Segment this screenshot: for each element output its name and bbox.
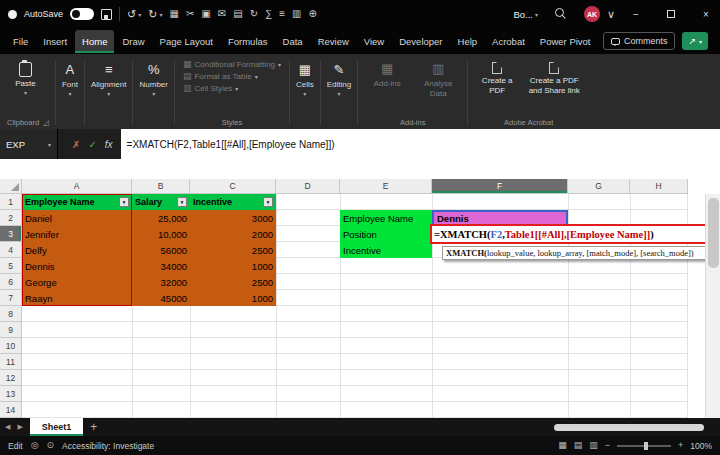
filter-dropdown-icon[interactable]: ▾ bbox=[263, 197, 273, 207]
sum-icon[interactable]: ∑ bbox=[265, 9, 272, 19]
column-header-c[interactable]: C bbox=[190, 179, 276, 194]
zoom-level[interactable]: 100% bbox=[690, 441, 712, 451]
cell-b7[interactable]: 45000 bbox=[132, 290, 190, 306]
previous-sheet-icon[interactable]: ◀ bbox=[5, 423, 10, 431]
alignment-group-button[interactable]: ≡ Alignment ▾ bbox=[86, 56, 132, 129]
row-header-11[interactable]: 11 bbox=[0, 354, 22, 370]
macro-record-icon[interactable]: ◎ bbox=[31, 441, 39, 450]
insert-function-icon[interactable]: fx bbox=[105, 139, 113, 150]
comments-button[interactable]: Comments bbox=[603, 32, 676, 50]
cell-styles-button[interactable]: ▥ Cell Styles ▾ bbox=[183, 84, 281, 93]
maximize-button[interactable] bbox=[657, 0, 685, 28]
tab-developer[interactable]: Developer bbox=[392, 30, 449, 53]
zoom-slider[interactable] bbox=[617, 445, 671, 447]
row-header-3[interactable]: 3 bbox=[0, 226, 22, 242]
tab-power-pivot[interactable]: Power Pivot bbox=[533, 30, 598, 53]
cell-a2[interactable]: Daniel bbox=[22, 210, 132, 226]
cell-a1[interactable]: Employee Name ▾ bbox=[22, 194, 132, 210]
zoom-out-icon[interactable]: − bbox=[605, 441, 610, 450]
name-box-dropdown-icon[interactable]: ▾ bbox=[48, 141, 51, 148]
name-box[interactable]: EXP ▾ bbox=[0, 129, 58, 159]
refresh-icon[interactable]: ↻ bbox=[250, 9, 258, 19]
column-header-e[interactable]: E bbox=[340, 179, 432, 194]
formula-input[interactable]: =XMATCH(F2,Table1[[#All],[Employee Name]… bbox=[121, 129, 720, 159]
column-header-d[interactable]: D bbox=[276, 179, 340, 194]
row-header-4[interactable]: 4 bbox=[0, 242, 22, 258]
paste-button[interactable]: Paste ▾ bbox=[12, 57, 38, 98]
cell-e3[interactable]: Position bbox=[340, 226, 432, 242]
undo-icon[interactable]: ↺ bbox=[127, 9, 136, 20]
print-icon[interactable]: ▤ bbox=[233, 9, 242, 19]
tab-acrobat[interactable]: Acrobat bbox=[485, 30, 532, 53]
page-layout-view-icon[interactable]: ▤ bbox=[574, 441, 583, 450]
undo-dropdown-icon[interactable]: ▾ bbox=[138, 11, 141, 18]
avatar[interactable]: AK bbox=[584, 6, 600, 22]
font-group-button[interactable]: A Font ▾ bbox=[57, 56, 83, 129]
row-header-12[interactable]: 12 bbox=[0, 370, 22, 386]
create-pdf-button[interactable]: Create a PDF bbox=[474, 57, 520, 97]
editing-group-button[interactable]: ✎ Editing ▾ bbox=[322, 56, 356, 129]
cell-a3[interactable]: Jennifer bbox=[22, 226, 132, 242]
page-break-view-icon[interactable]: ▥ bbox=[589, 441, 598, 450]
select-all-button[interactable] bbox=[0, 179, 22, 194]
cancel-icon[interactable]: ✗ bbox=[72, 139, 80, 150]
column-header-b[interactable]: B bbox=[132, 179, 190, 194]
minimize-button[interactable]: − bbox=[622, 0, 650, 28]
tab-data[interactable]: Data bbox=[276, 30, 310, 53]
paste-dropdown-icon[interactable]: ▾ bbox=[24, 90, 27, 96]
cell-b5[interactable]: 34000 bbox=[132, 258, 190, 274]
cell-b3[interactable]: 10,000 bbox=[132, 226, 190, 242]
row-header-9[interactable]: 9 bbox=[0, 322, 22, 338]
row-header-5[interactable]: 5 bbox=[0, 258, 22, 274]
cell-c3[interactable]: 2000 bbox=[190, 226, 276, 242]
row-header-13[interactable]: 13 bbox=[0, 386, 22, 402]
tab-draw[interactable]: Draw bbox=[115, 30, 151, 53]
sort-icon[interactable]: ≡ bbox=[279, 9, 285, 19]
save-icon[interactable] bbox=[101, 9, 112, 20]
cut-icon[interactable]: ✂ bbox=[186, 9, 194, 19]
cell-e2[interactable]: Employee Name bbox=[340, 210, 432, 226]
row-header-6[interactable]: 6 bbox=[0, 274, 22, 290]
add-icon[interactable]: ⊕ bbox=[308, 9, 316, 19]
cell-c4[interactable]: 2500 bbox=[190, 242, 276, 258]
cells-group-button[interactable]: ▦ Cells ▾ bbox=[291, 56, 319, 129]
vertical-scrollbar-thumb[interactable] bbox=[708, 198, 719, 268]
column-header-h[interactable]: H bbox=[630, 179, 688, 194]
tab-formulas[interactable]: Formulas bbox=[221, 30, 275, 53]
ribbon-display-options-icon[interactable]: ∨ bbox=[607, 9, 615, 20]
row-header-8[interactable]: 8 bbox=[0, 306, 22, 322]
zoom-in-icon[interactable]: + bbox=[678, 441, 683, 450]
row-header-14[interactable]: 14 bbox=[0, 402, 22, 418]
cell-b1[interactable]: Salary ▾ bbox=[132, 194, 190, 210]
conditional-formatting-button[interactable]: ▦ Conditional Formatting ▾ bbox=[183, 60, 281, 69]
cell-b4[interactable]: 56000 bbox=[132, 242, 190, 258]
column-header-a[interactable]: A bbox=[22, 179, 132, 194]
next-sheet-icon[interactable]: ▶ bbox=[17, 423, 22, 431]
horizontal-scrollbar-thumb[interactable] bbox=[554, 424, 704, 431]
tab-home[interactable]: Home bbox=[75, 30, 114, 53]
workbook-title[interactable]: Bo... bbox=[513, 9, 533, 20]
enter-icon[interactable]: ✓ bbox=[88, 139, 96, 150]
email-icon[interactable]: ✉ bbox=[218, 9, 226, 19]
tab-page-layout[interactable]: Page Layout bbox=[153, 30, 220, 53]
chart-icon[interactable]: ▥ bbox=[292, 9, 301, 19]
zoom-slider-thumb[interactable] bbox=[644, 442, 648, 450]
cell-c7[interactable]: 1000 bbox=[190, 290, 276, 306]
accessibility-status[interactable]: Accessibility: Investigate bbox=[62, 441, 154, 451]
row-header-2[interactable]: 2 bbox=[0, 210, 22, 226]
addins-button[interactable]: ▦ Add-ins bbox=[364, 57, 410, 91]
row-header-1[interactable]: 1 bbox=[0, 194, 22, 210]
row-header-10[interactable]: 10 bbox=[0, 338, 22, 354]
workbook-title-dropdown-icon[interactable]: ▾ bbox=[535, 11, 538, 18]
redo-dropdown-icon[interactable]: ▾ bbox=[159, 11, 162, 18]
create-pdf-share-button[interactable]: Create a PDF and Share link bbox=[525, 57, 583, 97]
add-sheet-icon[interactable]: + bbox=[90, 421, 97, 433]
cell-c6[interactable]: 2500 bbox=[190, 274, 276, 290]
column-header-f[interactable]: F bbox=[432, 179, 568, 194]
cell-c1[interactable]: Incentive ▾ bbox=[190, 194, 276, 210]
analyse-data-button[interactable]: ▥ Analyse Data bbox=[415, 57, 461, 100]
cell-b6[interactable]: 32000 bbox=[132, 274, 190, 290]
table-icon[interactable]: ▦ bbox=[170, 9, 179, 19]
cell-a5[interactable]: Dennis bbox=[22, 258, 132, 274]
cell-f3-formula-editor[interactable]: =XMATCH(F2,Table1[[#All],[Employee Name]… bbox=[430, 224, 714, 244]
